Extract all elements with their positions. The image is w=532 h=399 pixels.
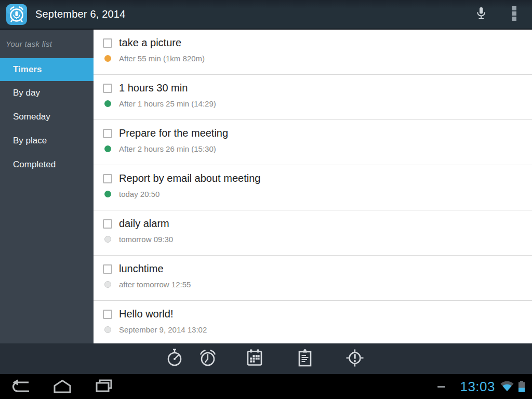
task-title: take a picture — [119, 37, 181, 49]
sidebar-item-by-day[interactable]: By day — [0, 81, 94, 105]
task-subtitle: After 55 min (1km 820m) — [119, 54, 205, 63]
task-row-subtitle-line: September 9, 2014 13:02 — [103, 325, 532, 334]
status-dot-icon — [104, 326, 111, 333]
task-row-title-line: lunchtime — [103, 256, 532, 275]
back-button[interactable] — [9, 375, 32, 398]
task-subtitle: After 2 hours 26 min (15:30) — [119, 144, 216, 153]
task-subtitle: after tomorrow 12:55 — [119, 280, 191, 289]
home-button[interactable] — [51, 375, 74, 398]
calendar-icon — [246, 348, 263, 369]
task-title: Hello world! — [119, 308, 173, 320]
location-reminders-toolbar-button[interactable] — [343, 347, 366, 370]
status-dot-icon — [104, 236, 111, 243]
task-row-subtitle-line: after tomorrow 12:55 — [103, 280, 532, 289]
topbar-actions — [470, 3, 532, 26]
task-row[interactable]: 1 hours 30 minAfter 1 hours 25 min (14:2… — [94, 75, 532, 120]
task-row[interactable]: take a pictureAfter 55 min (1km 820m) — [94, 30, 532, 75]
status-time: 13:03 — [460, 379, 495, 395]
alarms-toolbar-button[interactable] — [196, 347, 219, 370]
task-title: Report by email about meeting — [119, 172, 260, 184]
overflow-menu-icon — [512, 5, 517, 23]
sidebar: Your task list TimersBy daySomedayBy pla… — [0, 30, 94, 343]
back-icon — [9, 379, 32, 395]
sidebar-item-completed[interactable]: Completed — [0, 153, 94, 177]
task-row[interactable]: lunchtimeafter tomorrow 12:55 — [94, 256, 532, 301]
sidebar-item-by-place[interactable]: By place — [0, 129, 94, 153]
task-checkbox[interactable] — [103, 129, 112, 138]
task-title: lunchtime — [119, 263, 164, 275]
dash-icon — [437, 386, 445, 388]
status-dot-icon — [104, 145, 111, 152]
recent-apps-icon — [95, 379, 113, 395]
task-row-title-line: Hello world! — [103, 301, 532, 320]
task-title: daily alarm — [119, 218, 169, 230]
task-row-title-line: take a picture — [103, 30, 532, 49]
task-row[interactable]: Hello world!September 9, 2014 13:02 — [94, 301, 532, 343]
bottom-toolbar — [0, 343, 532, 374]
task-title: 1 hours 30 min — [119, 82, 188, 94]
task-row[interactable]: Prepare for the meetingAfter 2 hours 26 … — [94, 120, 532, 165]
status-cluster[interactable]: 13:03 — [437, 374, 526, 399]
task-row-subtitle-line: tomorrow 09:30 — [103, 235, 532, 244]
overflow-menu-button[interactable] — [503, 3, 526, 26]
task-row[interactable]: daily alarmtomorrow 09:30 — [94, 210, 532, 256]
task-subtitle: After 1 hours 25 min (14:29) — [119, 99, 216, 108]
status-dot-icon — [104, 191, 111, 197]
status-dot-icon — [104, 281, 111, 288]
battery-icon — [517, 380, 526, 393]
status-dot-icon — [104, 100, 111, 107]
home-icon — [52, 379, 72, 395]
screen: September 6, 2014 — [0, 0, 532, 399]
alarm-clock-icon — [198, 348, 218, 369]
sidebar-nav: TimersBy daySomedayBy placeCompleted — [0, 58, 94, 177]
task-checkbox[interactable] — [103, 310, 112, 319]
sidebar-header: Your task list — [0, 30, 94, 58]
location-reminder-icon — [345, 348, 365, 369]
sidebar-item-someday[interactable]: Someday — [0, 105, 94, 129]
task-row-subtitle-line: After 2 hours 26 min (15:30) — [103, 144, 532, 153]
task-list: take a pictureAfter 55 min (1km 820m)1 h… — [94, 30, 532, 343]
task-row-title-line: Prepare for the meeting — [103, 120, 532, 139]
task-row-subtitle-line: After 55 min (1km 820m) — [103, 54, 532, 63]
task-row-title-line: 1 hours 30 min — [103, 75, 532, 94]
task-row[interactable]: Report by email about meetingtoday 20:50 — [94, 165, 532, 210]
calendar-toolbar-button[interactable] — [243, 347, 266, 370]
top-bar: September 6, 2014 — [0, 0, 532, 30]
task-checkbox[interactable] — [103, 264, 112, 274]
wifi-icon — [500, 381, 514, 392]
task-checkbox[interactable] — [103, 38, 112, 48]
timers-toolbar-button[interactable] — [163, 347, 186, 370]
recent-apps-button[interactable] — [92, 375, 115, 398]
voice-alarm-clock-app-icon[interactable] — [6, 4, 28, 25]
task-notes-toolbar-button[interactable] — [294, 347, 316, 370]
sidebar-item-timers[interactable]: Timers — [0, 58, 94, 81]
page-title: September 6, 2014 — [35, 8, 126, 20]
task-subtitle: tomorrow 09:30 — [119, 235, 173, 244]
voice-input-button[interactable] — [470, 3, 493, 26]
task-checkbox[interactable] — [103, 174, 112, 183]
task-subtitle: today 20:50 — [119, 190, 159, 198]
stopwatch-icon — [165, 348, 184, 369]
status-dot-icon — [104, 55, 111, 62]
task-title: Prepare for the meeting — [119, 127, 228, 139]
system-navigation-bar: 13:03 — [0, 374, 532, 399]
task-row-subtitle-line: After 1 hours 25 min (14:29) — [103, 99, 532, 108]
task-checkbox[interactable] — [103, 219, 112, 229]
microphone-icon — [475, 5, 487, 23]
task-row-subtitle-line: today 20:50 — [103, 190, 532, 198]
task-subtitle: September 9, 2014 13:02 — [119, 325, 207, 334]
task-row-title-line: Report by email about meeting — [103, 165, 532, 184]
task-checkbox[interactable] — [103, 84, 112, 93]
task-notes-icon — [296, 348, 314, 369]
task-row-title-line: daily alarm — [103, 210, 532, 230]
